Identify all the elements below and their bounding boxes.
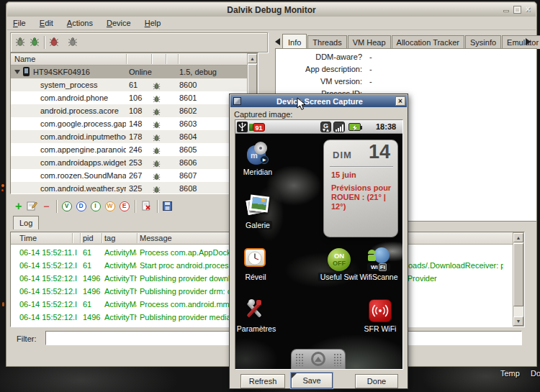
tab-scroll-left[interactable] xyxy=(275,38,280,45)
process-row[interactable]: com.google.process.gapps1488603 xyxy=(11,117,247,130)
minimize-button[interactable] xyxy=(501,5,511,14)
expander-icon[interactable] xyxy=(14,70,20,74)
tab-sysinfo[interactable]: Sysinfo xyxy=(465,35,501,49)
app-label-reveil: Réveil xyxy=(243,273,268,281)
field-label: App description: xyxy=(283,65,362,73)
name-column-header[interactable]: Name xyxy=(11,55,35,63)
signal-icon xyxy=(333,122,345,132)
save-button[interactable]: Save xyxy=(291,373,333,388)
process-row[interactable]: com.appengine.paranoid_2468605 xyxy=(11,143,247,156)
desktop-icon-label-temp[interactable]: Temp xyxy=(500,369,520,378)
dialog-title: Device Screen Capture xyxy=(244,97,395,106)
green-bug-icon[interactable] xyxy=(30,37,40,48)
col-time[interactable]: Time xyxy=(19,232,37,244)
menu-actions[interactable]: Actions xyxy=(61,17,99,29)
maximize-icon xyxy=(514,6,521,13)
refresh-button[interactable]: Refresh xyxy=(240,374,285,388)
tab-scroll-right[interactable] xyxy=(526,38,531,45)
dialog-close-button[interactable]: × xyxy=(395,96,405,106)
clear-log-icon[interactable] xyxy=(138,201,154,212)
filter-label: Filter: xyxy=(17,334,37,343)
field-label: VM version: xyxy=(283,77,362,86)
col-pid[interactable]: pid xyxy=(83,232,94,244)
notification-badge: 91 xyxy=(253,123,265,132)
edit-filter-icon[interactable] xyxy=(24,201,40,212)
process-row[interactable]: android.process.acore1088602 xyxy=(11,104,247,117)
tab-allocation-tracker[interactable]: Allocation Tracker xyxy=(392,35,464,49)
error-icon[interactable]: E xyxy=(120,201,130,211)
app-label-wifiscanner: WifiScanne xyxy=(357,273,400,281)
tab-emulator-control[interactable]: Emulator Control xyxy=(502,35,540,49)
maximize-button[interactable] xyxy=(512,5,522,14)
widget-date: 15 juin xyxy=(331,170,356,179)
red-bug-icon[interactable] xyxy=(49,37,59,48)
chevron-right-icon xyxy=(526,38,531,45)
tab-threads[interactable]: Threads xyxy=(307,35,346,49)
debug-bug-icon[interactable] xyxy=(15,37,25,48)
app-icon-wifiscanner: WiFi xyxy=(366,247,391,272)
col-message[interactable]: Message xyxy=(140,232,172,244)
mouse-cursor xyxy=(297,97,307,111)
process-row[interactable]: com.android.phone1068601 xyxy=(11,91,247,104)
log-toolbar: + − V D I W E xyxy=(12,199,174,214)
process-row[interactable]: com.android.weather.sync3258608 xyxy=(11,182,247,194)
app-drawer-handle xyxy=(291,349,346,369)
process-row[interactable]: com.android.inputmethod1788604 xyxy=(11,130,247,143)
process-row[interactable]: com.androidapps.widget.b2538606 xyxy=(11,156,247,169)
gray-bug-icon[interactable] xyxy=(68,37,78,48)
field-value: - xyxy=(369,53,372,61)
debug-icon[interactable]: D xyxy=(76,201,86,211)
default-button-marker xyxy=(292,373,297,378)
save-log-icon[interactable] xyxy=(161,201,174,212)
delete-filter-icon[interactable]: − xyxy=(40,201,53,212)
process-row[interactable]: com.roozen.SoundManage2678607 xyxy=(11,169,247,182)
warn-icon[interactable]: W xyxy=(105,201,115,211)
add-filter-icon[interactable]: + xyxy=(12,200,24,213)
scroll-up-icon[interactable]: ▲ xyxy=(513,233,523,242)
app-label-parametres: Paramètres xyxy=(235,324,278,333)
phone-icon xyxy=(23,67,30,76)
tab-vm-heap[interactable]: VM Heap xyxy=(348,35,391,49)
tab-info[interactable]: Info xyxy=(282,34,307,50)
usb-icon xyxy=(237,122,248,132)
verbose-icon[interactable]: V xyxy=(62,201,72,211)
scroll-up-icon[interactable]: ▲ xyxy=(248,54,257,63)
device-row[interactable]: HT94SKF04916 Online 1.5, debug xyxy=(11,65,247,78)
log-tab[interactable]: Log xyxy=(13,216,39,229)
scroll-down-icon[interactable]: ▼ xyxy=(513,316,523,326)
done-button[interactable]: Done xyxy=(355,374,398,388)
widget-forecast: Prévisions pour ROUEN : (21° | 12°) xyxy=(331,183,393,211)
desktop-dot xyxy=(2,302,4,306)
app-label-useful-switchers: Useful Swit xyxy=(318,273,361,281)
col-tag[interactable]: tag xyxy=(104,232,115,244)
device-screen-capture-dialog: Device Screen Capture × Captured image: … xyxy=(229,94,408,389)
captured-image: 91 G 18:38 DIM 14 xyxy=(235,119,403,370)
gprs-icon: G xyxy=(320,122,331,132)
app-label-sfr-wifi: SFR WiFi xyxy=(362,324,399,333)
window-titlebar[interactable]: Dalvik Debug Monitor × xyxy=(7,3,536,17)
menu-edit[interactable]: Edit xyxy=(34,17,59,29)
widget-day: DIM xyxy=(333,150,352,160)
widget-day-number: 14 xyxy=(369,141,390,163)
thread-bug-icon xyxy=(153,184,161,194)
process-row[interactable]: system_process618600 xyxy=(11,78,247,91)
menubar: File Edit Actions Device Help xyxy=(7,17,536,30)
info-icon[interactable]: I xyxy=(91,201,101,211)
desktop-dot xyxy=(1,189,4,191)
close-icon: × xyxy=(398,97,402,105)
desktop-icon-label-do[interactable]: Do xyxy=(531,369,540,378)
widget-divider xyxy=(330,166,393,167)
app-icon-reveil xyxy=(243,246,268,270)
menu-device[interactable]: Device xyxy=(101,17,137,29)
menu-file[interactable]: File xyxy=(7,17,32,29)
desktop: { "desktop": { "icon_labels": ["Temp", "… xyxy=(0,0,540,392)
device-table-header[interactable]: Name xyxy=(11,53,258,65)
log-scrollbar[interactable]: ▲ ▼ xyxy=(513,232,524,327)
close-button[interactable]: × xyxy=(523,5,533,14)
menu-help[interactable]: Help xyxy=(139,17,167,29)
app-icon-sfr-wifi xyxy=(369,299,392,322)
app-label-meridian: Meridian xyxy=(241,168,274,176)
field-label: DDM-aware? xyxy=(283,53,362,61)
app-icon-parametres xyxy=(242,298,268,324)
dialog-titlebar[interactable]: Device Screen Capture × xyxy=(230,95,407,107)
